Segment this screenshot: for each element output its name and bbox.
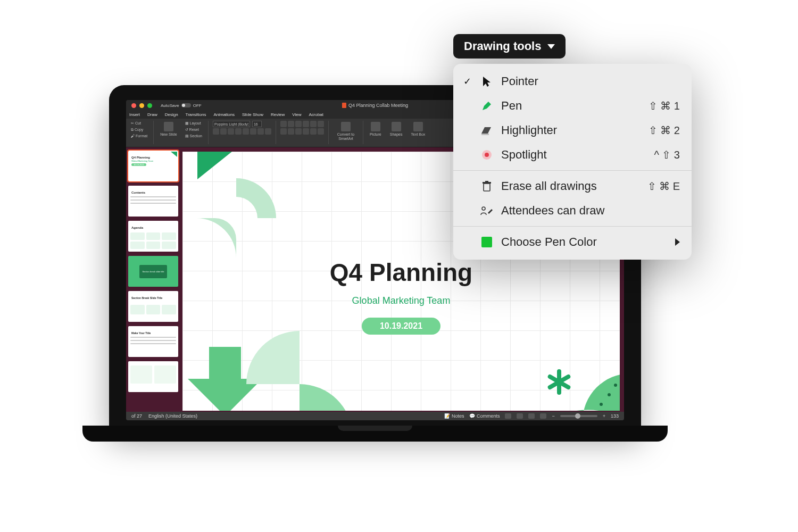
quarter-decoration-icon	[246, 331, 353, 411]
copy-label: Copy	[135, 128, 143, 131]
highlighter-shortcut: ⇧ ⌘ 2	[649, 124, 680, 137]
menu-item-pen-color[interactable]: Choose Pen Color	[453, 230, 692, 254]
layout-button[interactable]: ▦ Layout	[184, 121, 204, 126]
slide-title[interactable]: Q4 Planning	[330, 258, 472, 287]
tab-slideshow[interactable]: Slide Show	[242, 112, 263, 117]
thumbnail-3[interactable]: Agenda	[128, 221, 178, 252]
fan-decoration-icon	[545, 336, 620, 411]
pen-label: Pen	[501, 99, 641, 113]
pen-icon	[480, 100, 494, 112]
new-slide-button[interactable]: New Slide	[158, 121, 179, 137]
svg-point-10	[485, 153, 489, 157]
clipboard-group: ✂ Cut ⧉ Copy 🖌 Format	[129, 121, 149, 138]
toggle-switch[interactable]	[181, 103, 191, 107]
menu-item-spotlight[interactable]: Spotlight ^ ⇧ 3	[453, 143, 692, 167]
drawing-tools-button[interactable]: Drawing tools	[453, 34, 566, 59]
pointer-label: Pointer	[501, 74, 680, 88]
zoom-slider[interactable]	[560, 415, 597, 417]
zoom-in-button[interactable]: +	[603, 413, 605, 419]
tab-animations[interactable]: Animations	[213, 112, 235, 117]
shapes-button[interactable]: Shapes	[388, 121, 405, 137]
minimize-icon[interactable]	[139, 103, 144, 108]
convert-smartart-button[interactable]: Convert to SmartArt	[333, 121, 359, 142]
thumbnail-4[interactable]: Section break slide title	[128, 256, 178, 287]
font-size-input[interactable]	[252, 121, 262, 127]
new-slide-label: New Slide	[160, 132, 177, 136]
section-button[interactable]: ▤ Section	[184, 134, 204, 139]
chevron-down-icon	[547, 44, 555, 49]
thumb1-date: 10.19.2021	[131, 163, 146, 166]
menu-item-erase[interactable]: Erase all drawings ⇧ ⌘ E	[453, 174, 692, 198]
menu-item-pen[interactable]: Pen ⇧ ⌘ 1	[453, 94, 692, 118]
menu-item-attendees-draw[interactable]: Attendees can draw	[453, 198, 692, 223]
tab-draw[interactable]: Draw	[147, 112, 157, 117]
document-title: Q4 Planning Collab Meeting	[342, 103, 408, 108]
comments-button[interactable]: 💬 Comments	[469, 413, 500, 419]
view-reading-icon[interactable]	[528, 413, 535, 419]
thumbnail-7[interactable]	[128, 361, 178, 392]
svg-rect-8	[481, 134, 489, 135]
reset-label: Reset	[189, 128, 199, 131]
svg-rect-12	[483, 182, 491, 184]
menu-item-highlighter[interactable]: Highlighter ⇧ ⌘ 2	[453, 118, 692, 143]
language-status[interactable]: English (United States)	[148, 413, 197, 419]
thumbnail-5[interactable]: Section Break Slide Title	[128, 291, 178, 322]
thumbnail-2[interactable]: Contents	[128, 186, 178, 217]
tab-review[interactable]: Review	[271, 112, 285, 117]
thumbnail-6[interactable]: Make Your Title	[128, 326, 178, 357]
zoom-out-button[interactable]: −	[552, 413, 554, 419]
reset-button[interactable]: ↺ Reset	[184, 127, 204, 132]
align-row[interactable]	[280, 121, 324, 127]
font-style-buttons[interactable]	[213, 128, 271, 135]
view-sorter-icon[interactable]	[517, 413, 523, 419]
check-icon: ✓	[462, 76, 472, 87]
textbox-button[interactable]: Text Box	[409, 121, 428, 137]
notes-button[interactable]: 📝 Notes	[444, 413, 464, 419]
picture-button[interactable]: Picture	[368, 121, 384, 137]
copy-button[interactable]: ⧉ Copy	[129, 127, 149, 132]
view-slideshow-icon[interactable]	[540, 413, 546, 419]
view-normal-icon[interactable]	[505, 413, 511, 419]
tab-transitions[interactable]: Transitions	[186, 112, 206, 117]
tab-view[interactable]: View	[292, 112, 301, 117]
chevron-right-icon	[675, 238, 680, 246]
picture-icon	[371, 122, 380, 131]
format-painter-button[interactable]: 🖌 Format	[129, 134, 149, 138]
maximize-icon[interactable]	[147, 103, 152, 108]
spotlight-icon	[480, 149, 494, 161]
thumbnail-1[interactable]: Q4 Planning Global Marketing Team 10.19.…	[128, 151, 178, 181]
window-controls[interactable]	[126, 100, 157, 111]
drawing-tools-popover: Drawing tools ✓ Pointer Pen ⇧ ⌘ 1 Highli…	[453, 34, 692, 260]
tab-design[interactable]: Design	[165, 112, 178, 117]
list-row[interactable]	[280, 128, 324, 135]
spotlight-label: Spotlight	[501, 148, 646, 162]
thumb2-title: Contents	[131, 191, 176, 194]
smartart-label: Convert to SmartArt	[335, 132, 356, 140]
trash-icon	[480, 180, 494, 192]
thumb5-title: Section Break Slide Title	[131, 296, 176, 300]
arc-decoration-icon	[196, 178, 276, 258]
status-bar: of 27 English (United States) 📝 Notes 💬 …	[126, 412, 624, 420]
slide-thumbnail-panel[interactable]: Q4 Planning Global Marketing Team 10.19.…	[126, 147, 180, 412]
textbox-label: Text Box	[411, 132, 426, 136]
thumb3-title: Agenda	[131, 226, 176, 229]
tab-insert[interactable]: Insert	[129, 112, 140, 117]
erase-shortcut: ⇧ ⌘ E	[647, 180, 680, 193]
close-icon[interactable]	[131, 103, 136, 108]
cut-button[interactable]: ✂ Cut	[129, 121, 149, 126]
zoom-value[interactable]: 133	[611, 413, 619, 419]
svg-rect-11	[484, 184, 490, 191]
svg-point-5	[600, 403, 603, 406]
slide-date-pill[interactable]: 10.19.2021	[362, 318, 440, 335]
thumb1-sub: Global Marketing Team	[131, 160, 176, 162]
menu-item-pointer[interactable]: ✓ Pointer	[453, 69, 692, 94]
tab-acrobat[interactable]: Acrobat	[309, 112, 323, 117]
slide-subtitle[interactable]: Global Marketing Team	[352, 295, 451, 306]
paragraph-group	[280, 121, 324, 135]
autosave-toggle[interactable]: AutoSave OFF	[161, 103, 202, 108]
cut-label: Cut	[135, 121, 141, 125]
picture-label: Picture	[370, 132, 381, 136]
font-name-input[interactable]	[213, 121, 250, 127]
svg-point-14	[482, 207, 485, 210]
comments-label: Comments	[477, 413, 500, 419]
